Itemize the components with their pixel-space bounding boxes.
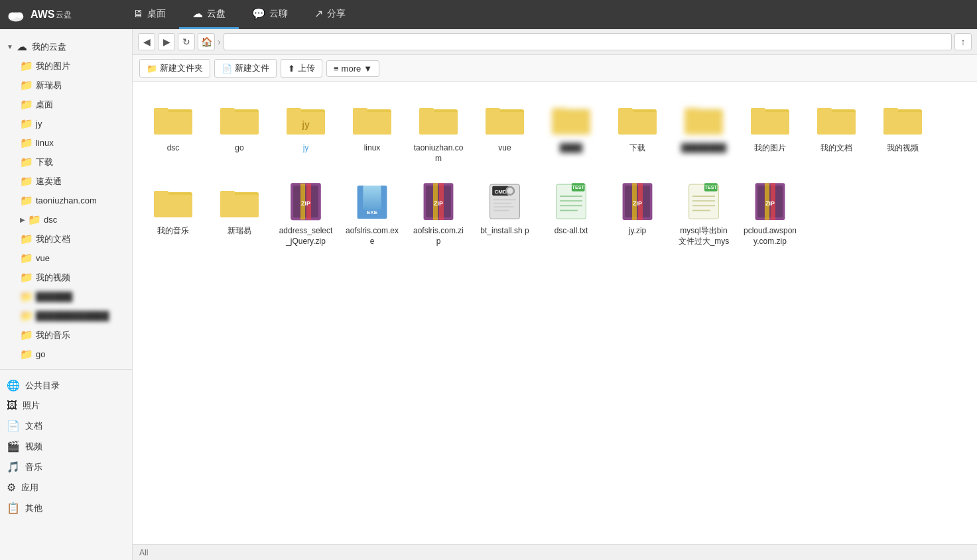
sidebar-item-my-cloud[interactable]: ▼ ☁ 我的云盘 [0,37,132,56]
sidebar-item-desktop[interactable]: 📁 桌面 [13,95,132,114]
folder-item-xinruiyi[interactable]: 新瑞易 [210,176,269,252]
folder-icon-xinruiyi [218,181,261,223]
file-item-jy-zip[interactable]: ZIP jy.zip [608,176,667,252]
folder-name-mydocs: 我的文档 [820,143,852,154]
up-button[interactable]: ↑ [954,33,972,50]
file-item-address-select[interactable]: ZIP address_select_jQuery.zip [276,176,336,252]
sidebar-category-others-label: 其他 [25,502,42,514]
sidebar-item-blurred1[interactable]: 📁 ██████ [13,287,132,306]
folder-icon-linux [351,98,393,140]
folder-icon: 📁 [28,213,40,226]
folder-icon-blurred1 [550,98,592,140]
sidebar-item-mymusic[interactable]: 📁 我的音乐 [13,325,132,345]
new-folder-button[interactable]: 📁 新建文件夹 [139,59,210,78]
chat-icon: 💬 [252,7,265,20]
file-name-aofslris-zip: aofslris.com.zip [411,226,466,247]
folder-item-dsc[interactable]: dsc [143,93,203,169]
sidebar-category-public[interactable]: 🌐 公共目录 [0,375,132,396]
svg-text:CMD: CMD [495,189,507,195]
upload-button[interactable]: ⬆ 上传 [281,59,322,78]
sidebar-item-desktop-label: 桌面 [36,99,125,111]
sidebar-item-taoniuzhan[interactable]: 📁 taoniuzhan.com [13,191,132,210]
sidebar-category-photos[interactable]: 🖼 照片 [0,396,132,416]
folder-name-vue: vue [498,143,511,154]
sidebar-item-go[interactable]: 📁 go [13,345,132,364]
sidebar-item-linux[interactable]: 📁 linux [13,133,132,152]
nav-tab-chat[interactable]: 💬 云聊 [239,0,301,29]
nav-tab-cloud[interactable]: ☁ 云盘 [179,0,239,29]
folder-item-myimages[interactable]: 我的图片 [740,93,800,169]
address-bar[interactable] [224,33,952,50]
folder-item-blurred1[interactable]: ████ [541,93,601,169]
sidebar-item-dsc[interactable]: ▶ 📁 dsc [13,210,132,229]
sidebar-item-blurred2[interactable]: 📁 ████████████ [13,306,132,325]
folder-item-myvideos[interactable]: 我的视频 [873,93,933,169]
logo-sub: 云盘 [56,9,72,21]
sidebar-item-mydocs[interactable]: 📁 我的文档 [13,229,132,249]
more-button[interactable]: ≡ more ▼ [326,60,379,77]
file-item-mysql-bin[interactable]: TEST mysql导出bin文件过大_mys [674,176,734,252]
nav-bar: ◀ ▶ ↻ 🏠 › ↑ [133,29,977,55]
file-name-jy-zip: jy.zip [629,226,646,237]
sidebar-item-blurred2-label: ████████████ [36,311,125,321]
sidebar-item-downloads[interactable]: 📁 下载 [13,152,132,172]
folder-item-jy[interactable]: jy jy [276,93,336,169]
file-grid: dsc go jy [133,82,977,544]
new-file-button[interactable]: 📄 新建文件 [214,59,277,78]
my-cloud-section: ▼ ☁ 我的云盘 📁 我的图片 📁 新瑞易 📁 桌面 📁 [0,34,132,366]
folder-item-downloads[interactable]: 下载 [608,93,667,169]
sidebar-item-xinruiyi[interactable]: 📁 新瑞易 [13,76,132,95]
home-button[interactable]: 🏠 [198,33,215,50]
my-cloud-label: 我的云盘 [32,41,125,53]
sidebar-item-jy[interactable]: 📁 jy [13,114,132,133]
sidebar-item-speedpass-label: 速卖通 [36,176,125,188]
sidebar-category-videos[interactable]: 🎬 视频 [0,436,132,457]
svg-text:EXE: EXE [367,209,378,215]
nav-tab-share[interactable]: ↗ 分享 [301,0,359,29]
back-button[interactable]: ◀ [138,33,155,50]
sidebar-category-music[interactable]: 🎵 音乐 [0,457,132,477]
sidebar-item-vue[interactable]: 📁 vue [13,249,132,268]
sidebar-item-myvideos[interactable]: 📁 我的视频 [13,268,132,287]
file-item-dsc-txt[interactable]: TEST dsc-all.txt [541,176,601,252]
sidebar-children: 📁 我的图片 📁 新瑞易 📁 桌面 📁 jy 📁 linux [0,56,132,364]
sidebar-category-others[interactable]: 📋 其他 [0,498,132,518]
folder-item-mydocs[interactable]: 我的文档 [807,93,866,169]
folder-icon: 📁 [20,194,32,207]
content-area: ◀ ▶ ↻ 🏠 › ↑ 📁 新建文件夹 📄 新建文件 ⬆ 上传 ≡ [133,29,977,560]
folder-item-go[interactable]: go [210,93,269,169]
nav-tab-desktop[interactable]: 🖥 桌面 [119,0,179,29]
docs-icon: 📄 [7,420,20,432]
sidebar-category-docs[interactable]: 📄 文档 [0,416,132,436]
file-item-bt-install[interactable]: CMD bt_install.sh p [475,176,535,252]
file-name-pcloud-zip: pcloud.awspony.com.zip [743,226,797,247]
folder-item-taoniuzhan[interactable]: taoniuzhan.com [409,93,468,169]
folder-name-myimages: 我的图片 [754,143,786,154]
sidebar: ▼ ☁ 我的云盘 📁 我的图片 📁 新瑞易 📁 桌面 📁 [0,29,133,560]
tree-toggle-icon: ▼ [7,43,13,50]
tree-toggle-icon: ▶ [20,216,25,223]
svg-text:ZIP: ZIP [301,201,310,207]
folder-icon: 📁 [20,175,32,188]
txt-icon-mysql: TEST [683,181,725,223]
folder-item-mymusic[interactable]: 我的音乐 [143,176,203,252]
folder-item-blurred2[interactable]: ████████ [674,93,734,169]
folder-icon: 📁 [20,290,32,303]
zip-icon-pcloud: ZIP [749,181,791,223]
file-item-aofslris-exe[interactable]: EXE aofslris.com.exe [342,176,402,252]
forward-button[interactable]: ▶ [158,33,175,50]
main-area: ▼ ☁ 我的云盘 📁 我的图片 📁 新瑞易 📁 桌面 📁 [0,29,977,560]
sidebar-item-speedpass[interactable]: 📁 速卖通 [13,172,132,191]
sidebar-category-apps[interactable]: ⚙ 应用 [0,477,132,498]
svg-rect-18 [419,112,458,135]
sidebar-item-my-images[interactable]: 📁 我的图片 [13,56,132,76]
file-item-pcloud-zip[interactable]: ZIP pcloud.awspony.com.zip [740,176,800,252]
more-dropdown-icon: ▼ [363,64,372,74]
file-item-aofslris-zip[interactable]: ZIP aofslris.com.zip [409,176,468,252]
zip-icon-aofslris: ZIP [417,181,460,223]
folder-item-vue[interactable]: vue [475,93,535,169]
folder-item-linux[interactable]: linux [342,93,402,169]
folder-icon: 📁 [20,156,32,168]
exe-icon-aofslris: EXE [351,181,393,223]
refresh-button[interactable]: ↻ [178,33,195,50]
